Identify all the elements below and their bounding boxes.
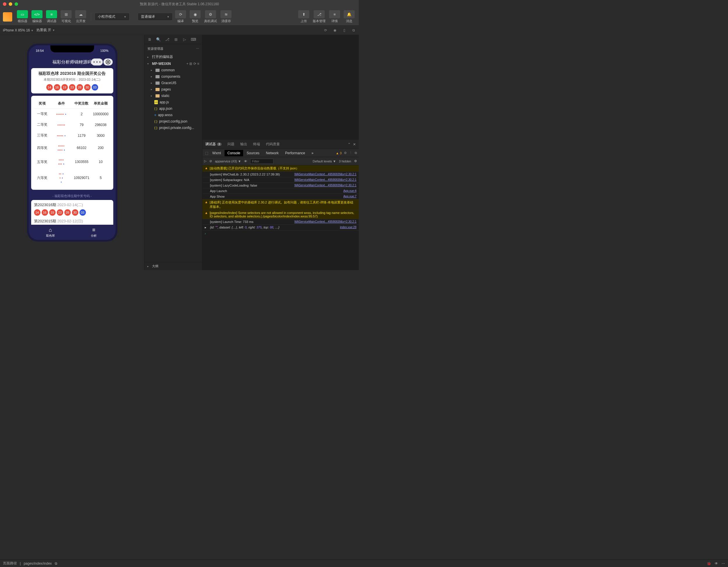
capsule-close[interactable] [103,59,113,66]
tab-more[interactable]: » [309,150,317,156]
eye-icon[interactable]: 👁 [244,160,247,163]
device-selector[interactable]: iPhone X 85% 16 ▼ [3,28,33,32]
simulator-panel: 18:54 100% 福彩分析师锦鲤源码 福彩双色球 2023016 期全国开奖… [0,35,144,270]
compile-button[interactable]: ⟳ [175,10,186,18]
tab-home[interactable]: ⌂ 双色球 [29,225,72,240]
play-icon[interactable]: ▷ [204,159,206,163]
clear-cache-button[interactable]: ≋ [220,10,232,18]
project-root[interactable]: ▾MP-WEIXIN + ⊞ ⟳ ≡ [144,61,202,67]
upload-button[interactable]: ⬆ [298,10,309,18]
tab-quality[interactable]: 代码质量 [266,142,280,147]
folder-item[interactable]: ▸GraceUI5 [144,80,202,86]
preview-button[interactable]: ◉ [190,10,201,18]
gear-icon[interactable]: ⚙ [344,151,347,155]
close-panel-icon[interactable]: ✕ [353,142,356,146]
capsule-menu[interactable] [91,59,103,66]
branch-icon[interactable]: ⎇ [165,37,169,42]
source-link[interactable]: WAServiceMainContext…49590839&v=2.30.2:1 [294,220,356,223]
file-item[interactable]: { }project.private.config... [144,125,202,131]
search-icon[interactable]: 🔍 [156,37,161,42]
warning-count[interactable]: ▲ 3 [336,151,342,155]
history-row[interactable]: 第2023015期 2023-02-12(日)02031421293208 [34,219,110,225]
terminal-icon[interactable]: ⌨ [191,37,196,42]
source-link[interactable]: WAServiceMainContext…49590839&v=2.30.2:1 [294,178,356,181]
console-input[interactable]: › [202,231,359,236]
debug-icon[interactable]: ▷ [182,37,187,42]
compile-dropdown[interactable]: 普通编译▼ [138,13,173,21]
explorer-more-icon[interactable]: ⋯ [196,47,199,51]
version-button[interactable]: ⎇ [314,10,325,18]
context-selector[interactable]: appservice (#3) ▼ [215,160,241,163]
outline-section[interactable]: ▸大纲 [144,262,202,270]
window-title: 预测 新源代 - 微信开发者工具 Stable 1.06.2301160 [140,2,219,7]
minimize-window-button[interactable] [9,2,12,6]
tab-analysis[interactable]: ≡ 分析 [72,225,116,240]
visualize-label: 可视化 [61,19,71,23]
close-window-button[interactable] [3,2,6,6]
visualize-button[interactable]: ⊞ [61,10,72,18]
history-row[interactable]: 第2023016期 2023-02-14(二)14161923283003 [34,202,110,216]
tab-sources[interactable]: Sources [244,150,262,156]
debugger-toggle[interactable]: ≡ [46,10,57,18]
console-line: [system] Subpackages: N/AWAServiceMainCo… [202,177,359,183]
version-label: 版本管理 [313,19,326,23]
levels-selector[interactable]: Default levels ▼ [313,160,336,163]
refresh-icon[interactable]: ⟳ [323,28,328,33]
console-body: ▲[自动热重载] 已开启代码文件保存后自动热重载（不支持 json）[syste… [202,165,359,270]
source-link[interactable]: App.vue:4 [343,189,356,193]
console-line: App ShowApp.vue:7 [202,194,359,199]
select-element-icon[interactable]: ⬚ [204,151,209,156]
extensions-icon[interactable]: ⊞ [174,37,178,42]
explorer-panel: 🗎 🔍 ⎇ ⊞ ▷ ⌨ 资源管理器 ⋯ ▸打开的编辑器 ▾MP-WEIXIN +… [144,35,202,270]
tab-network[interactable]: Network [263,150,282,156]
tab-output[interactable]: 输出 [240,142,247,147]
clear-console-icon[interactable]: ⊘ [209,159,212,163]
device-icon[interactable]: ▯ [342,28,347,33]
kebab-icon[interactable]: ⋮ [349,151,352,155]
editor-toggle[interactable]: </> [31,10,43,18]
folder-item[interactable]: ▸static [144,93,202,99]
red-ball: 14 [46,84,53,91]
file-item[interactable]: JSapp.js [144,99,202,105]
tab-debugger[interactable]: 调试器 3 [205,142,222,147]
cloud-button[interactable]: ☁ [75,10,86,18]
titlebar: 预测 新源代 - 微信开发者工具 Stable 1.06.2301160 [0,0,359,8]
folder-item[interactable]: ▸pages [144,86,202,93]
source-link[interactable]: WAServiceMainContext…49590839&v=2.30.2:1 [294,173,356,176]
remote-debug-button[interactable]: ⚙ [205,10,216,18]
maximize-window-button[interactable] [15,2,18,6]
file-item[interactable]: { }project.config.json [144,118,202,125]
filter-input[interactable] [250,159,273,164]
right-panel: 调试器 3 问题 输出 终端 代码质量 ⌃ ✕ ⬚ Wxml Console S… [202,35,359,270]
source-link[interactable]: index.vue:28 [340,226,356,229]
tab-console[interactable]: Console [225,150,243,156]
red-ball: 23 [69,84,75,91]
simulator-toggle[interactable]: ▭ [17,10,28,18]
file-item[interactable]: { }app.json [144,105,202,112]
announcement-subtitle: 本期2023016开奖时间：2023-02-14(二) [34,77,110,82]
tab-wxml[interactable]: Wxml [209,150,224,156]
prize-row: 五等奖••••••• •130355510 [34,155,110,169]
user-avatar[interactable] [3,12,12,22]
source-link[interactable]: WAServiceMainContext…49590839&v=2.30.2:1 [294,184,356,187]
multi-icon[interactable]: ⧉ [351,28,356,33]
open-editors-section[interactable]: ▸打开的编辑器 [144,53,202,61]
tab-problems[interactable]: 问题 [227,142,234,147]
console-object[interactable]: ▸{id: "", dataset: {…}, left: 0, right: … [202,225,359,231]
record-icon[interactable]: ◉ [333,28,337,33]
hotreload-selector[interactable]: 热重载 开 ▼ [36,28,55,33]
tab-terminal[interactable]: 终端 [253,142,260,147]
red-ball: 19 [61,84,68,91]
mode-dropdown[interactable]: 小程序模式▼ [95,13,130,21]
chevron-up-icon[interactable]: ⌃ [348,142,351,146]
tab-performance[interactable]: Performance [282,150,308,156]
file-item[interactable]: ≡app.wxss [144,112,202,118]
details-button[interactable]: ≡ [329,10,340,18]
message-button[interactable]: 🔔 [344,10,355,18]
files-icon[interactable]: 🗎 [147,37,152,42]
folder-item[interactable]: ▸common [144,67,202,73]
folder-item[interactable]: ▸components [144,73,202,80]
dock-icon[interactable]: ⧉ [355,151,357,155]
gear-icon-2[interactable]: ⚙ [354,159,357,163]
source-link[interactable]: App.vue:7 [343,195,356,198]
